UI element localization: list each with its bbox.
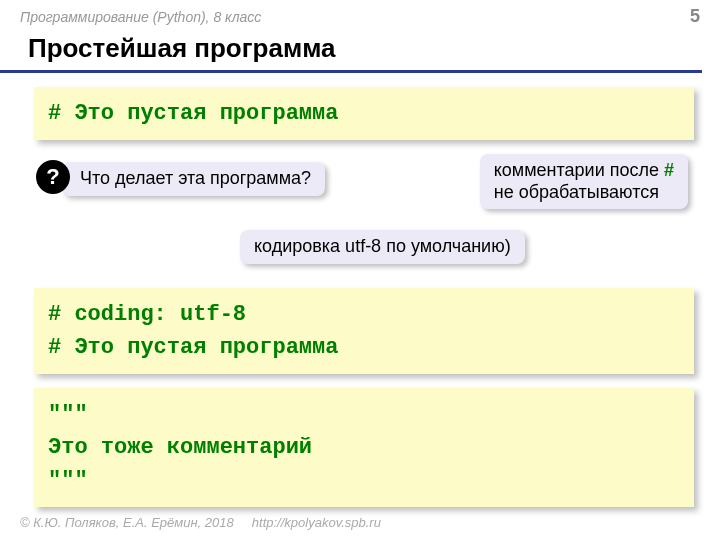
code-line: """ bbox=[48, 464, 680, 497]
header: Программирование (Python), 8 класс 5 bbox=[0, 0, 720, 29]
callout-text-b: не обрабатываются bbox=[494, 182, 659, 202]
code-line: # Это пустая программа bbox=[48, 101, 338, 126]
code-block-1: # Это пустая программа bbox=[34, 87, 694, 140]
callout-row-1: ? Что делает эта программа? комментарии … bbox=[0, 154, 720, 216]
callout-text-a: комментарии после bbox=[494, 160, 664, 180]
page-title: Простейшая программа bbox=[0, 29, 702, 73]
callout-row-2: кодировка utf-8 по умолчанию) bbox=[0, 224, 720, 280]
code-line: Это тоже комментарий bbox=[48, 431, 680, 464]
hash-symbol: # bbox=[664, 160, 674, 180]
page-number: 5 bbox=[690, 6, 700, 27]
code-line: # Это пустая программа bbox=[48, 331, 680, 364]
course-label: Программирование (Python), 8 класс bbox=[20, 9, 261, 25]
footer-url: http://kpolyakov.spb.ru bbox=[252, 515, 381, 530]
copyright: © К.Ю. Поляков, Е.А. Ерёмин, 2018 bbox=[20, 515, 234, 530]
code-block-2: # coding: utf-8 # Это пустая программа bbox=[34, 288, 694, 374]
code-line: # coding: utf-8 bbox=[48, 298, 680, 331]
footer: © К.Ю. Поляков, Е.А. Ерёмин, 2018 http:/… bbox=[20, 515, 381, 530]
question-badge-icon: ? bbox=[36, 160, 70, 194]
question-callout: Что делает эта программа? bbox=[62, 162, 325, 196]
encoding-callout: кодировка utf-8 по умолчанию) bbox=[240, 230, 525, 264]
code-block-3: """ Это тоже комментарий """ bbox=[34, 388, 694, 507]
code-line: """ bbox=[48, 398, 680, 431]
comment-callout: комментарии после # не обрабатываются bbox=[480, 154, 688, 209]
